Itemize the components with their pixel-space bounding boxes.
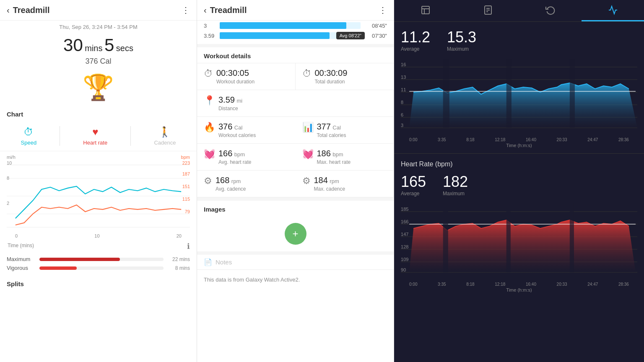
svg-rect-43 [443,203,448,272]
chart-footer: Time (mins) ℹ [0,242,197,253]
svg-rect-27 [506,59,512,128]
speed-chart-svg: 16 13 11 8 6 3 [401,59,637,134]
detail-distance-value-row: 3.59 mi [218,95,242,105]
tab-2[interactable] [519,0,582,21]
hr-x-2: 8:18 [466,282,474,287]
detail-duration-value: 00:30:05 [216,68,254,78]
detail-max-cad-value-row: 184 rpm [314,176,345,185]
chart-divider-1 [60,126,60,146]
speed-chart-section: 11.2 Average 15.3 Maximum 16 13 11 [394,22,644,153]
zone-vig-label: Vigorous [7,265,36,271]
tcal-value: 377 [317,122,331,131]
detail-tcal-value-row: 377 Cal [317,122,346,132]
svg-text:13: 13 [401,75,406,80]
speed-x-5: 20:33 [557,137,567,142]
hr-max-stat: 182 Maximum [443,173,468,197]
svg-text:185: 185 [401,207,408,212]
hr-chart-section: Heart Rate (bpm) 165 Average 182 Maximum [394,153,644,298]
tab-0[interactable] [394,0,457,21]
detail-avg-cad-row: ⚙ 168 rpm Avg. cadence [204,176,289,192]
x-label-0: 0 [15,233,18,238]
data-source: This data is from Galaxy Watch Active2. [197,269,394,290]
speed-avg-stat: 11.2 Average [401,28,430,52]
max-hr-value: 186 [317,149,331,158]
info-button[interactable]: ℹ [187,242,190,251]
chart-area: mi/h bpm 10 8 2 223 187 151 115 79 0 10 … [7,155,190,238]
tab-3-icon [608,5,618,15]
detail-tcal-row: 📊 377 Cal Total calories [302,122,387,138]
duration-minutes: 30 [63,35,83,55]
middle-back-button[interactable]: ‹ [204,5,207,15]
time-mins-label: Time (mins) [7,242,35,251]
chart-unit-left: mi/h [7,155,16,160]
detail-total-cal: 📊 377 Cal Total calories [296,117,394,144]
avg-hr-value: 166 [218,149,232,158]
wcal-value: 376 [218,122,232,131]
speed-x-3: 12:18 [495,137,505,142]
detail-max-hr-row: 💓 186 bpm Max. heart rate [302,149,387,165]
detail-distance: 📍 3.59 mi Distance [197,90,394,117]
chart-unit-right: bpm [181,155,190,160]
detail-avg-cad-content: 168 rpm Avg. cadence [216,176,246,192]
y-label-2: 2 [7,201,9,206]
location-icon: 📍 [204,95,215,106]
speed-x-1: 3:35 [438,137,446,142]
detail-max-cadence: ⚙ 184 rpm Max. cadence [296,171,394,197]
hr-section-title: Heart Rate (bpm) [401,160,637,168]
left-header: ‹ Treadmill ⋮ [0,0,197,21]
detail-avg-cadence: ⚙ 168 rpm Avg. cadence [197,171,296,197]
avg-badge: Avg 08'22" [336,32,365,39]
avg-hr-unit: bpm [234,151,245,158]
zone-max-bar-container [39,258,164,261]
left-more-button[interactable]: ⋮ [182,5,190,15]
chart-x-labels: 0 10 20 [7,233,190,238]
avg-cad-value: 168 [216,176,229,185]
detail-wcal-row: 🔥 376 Cal Workout calories [204,122,289,138]
notes-area: 📄 Notes [197,251,394,269]
speed-avg-value: 11.2 [401,28,430,46]
hr-max-label: Maximum [443,191,468,197]
hr-x-1: 3:35 [438,282,446,287]
tab-1[interactable] [457,0,519,21]
detail-distance-row: 📍 3.59 mi Distance [204,95,387,111]
zone-vig-bar [39,266,77,270]
tab-3[interactable] [582,0,644,21]
speed-x-title: Time (h:m:s) [401,143,637,148]
left-panel: ‹ Treadmill ⋮ Thu, Sep 26, 3:24 PM - 3:5… [0,0,197,362]
duration-seconds: 5 [104,35,114,55]
speed-chart-button[interactable]: ⏱ Speed [16,124,42,147]
heart-rate-zones: Maximum 22 mins Vigorous 8 mins [0,253,197,277]
hr-x-4: 16:40 [526,282,536,287]
add-image-button[interactable]: + [285,223,306,245]
lap-num-3: 3 [204,23,216,29]
detail-workout-cal: 🔥 376 Cal Workout calories [197,117,296,144]
speed-x-7: 28:36 [618,137,629,142]
svg-rect-28 [570,59,575,128]
heart-max-icon: 💓 [302,149,314,160]
right-panel: 11.2 Average 15.3 Maximum 16 13 11 [394,0,644,362]
lap-row-3: 3 08'45" [204,21,387,31]
speed-x-6: 24:47 [587,137,598,142]
middle-more-button[interactable]: ⋮ [379,5,387,15]
detail-avg-cad-value-row: 168 rpm [216,176,246,185]
detail-max-cad-content: 184 rpm Max. cadence [314,176,345,192]
wcal-label: Workout calories [218,132,256,138]
cadence-avg-icon: ⚙ [204,176,212,186]
hr-chart-container: 185 166 147 128 109 90 [401,203,637,291]
cadence-chart-button[interactable]: 🚶 Cadence [149,124,181,147]
hr-x-5: 20:33 [557,282,567,287]
y-label-10: 10 [7,160,12,165]
hr-avg-stat: 165 Average [401,173,426,197]
middle-panel: ‹ Treadmill ⋮ 3 08'45" 3.59 Avg 08'22" 0… [197,0,394,362]
detail-duration-row: ⏱ 00:30:05 Workout duration [204,68,288,85]
distance-unit: mi [236,98,242,104]
hr-x-6: 24:47 [587,282,598,287]
workout-date: Thu, Sep 26, 3:24 PM - 3:54 PM [0,21,197,32]
left-back-button[interactable]: ‹ [7,5,10,15]
notes-placeholder: Notes [216,259,232,266]
avg-cad-label: Avg. cadence [216,186,246,192]
heartrate-chart-button[interactable]: ♥ Heart rate [78,124,112,147]
images-area: + [197,216,394,251]
svg-text:147: 147 [401,232,408,237]
svg-text:6: 6 [401,112,403,117]
